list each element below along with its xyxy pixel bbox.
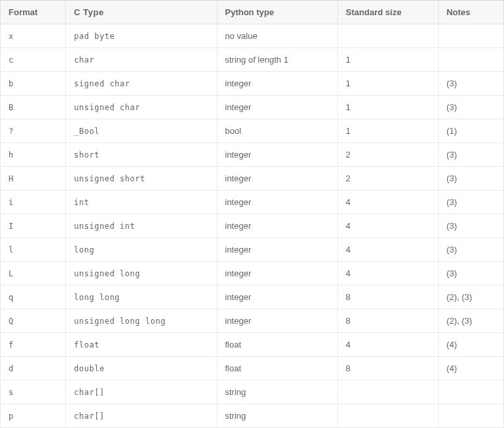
cell-python: integer [217, 214, 337, 238]
cell-python: integer [217, 167, 337, 191]
table-body: xpad byteno valueccharstring of length 1… [1, 24, 504, 429]
cell-size: 8 [337, 286, 438, 309]
cell-format: ? [1, 119, 66, 143]
struct-format-table: Format C Type Python type Standard size … [0, 0, 504, 428]
cell-notes: (4) [438, 333, 503, 357]
cell-notes: (3) [438, 72, 503, 96]
table-row: pchar[]string [1, 404, 504, 428]
cell-notes: (3) [438, 191, 503, 214]
cell-python: integer [217, 96, 337, 119]
header-ctype: C Type [66, 1, 217, 24]
cell-python: string [217, 381, 337, 404]
cell-size: 4 [337, 238, 438, 262]
cell-size [337, 381, 438, 404]
cell-format: f [1, 333, 66, 357]
cell-format: L [1, 262, 66, 286]
cell-size: 1 [337, 96, 438, 119]
table-row: bsigned charinteger1(3) [1, 72, 504, 96]
cell-notes: (1) [438, 119, 503, 143]
cell-ctype: unsigned short [66, 167, 217, 191]
cell-ctype: short [66, 143, 217, 167]
cell-size: 1 [337, 48, 438, 72]
table-row: Bunsigned charinteger1(3) [1, 96, 504, 119]
table-row: ?_Boolbool1(1) [1, 119, 504, 143]
cell-format: I [1, 214, 66, 238]
cell-ctype: unsigned int [66, 214, 217, 238]
cell-ctype: double [66, 357, 217, 381]
cell-notes: (2), (3) [438, 286, 503, 309]
table-row: hshortinteger2(3) [1, 143, 504, 167]
cell-ctype: char[] [66, 381, 217, 404]
cell-notes: (2), (3) [438, 309, 503, 333]
table-row: Iunsigned intinteger4(3) [1, 214, 504, 238]
cell-python: integer [217, 72, 337, 96]
table-row: llonginteger4(3) [1, 238, 504, 262]
table-row: Lunsigned longinteger4(3) [1, 262, 504, 286]
cell-format: h [1, 143, 66, 167]
cell-size [337, 404, 438, 428]
cell-format: d [1, 357, 66, 381]
table-row: iintinteger4(3) [1, 191, 504, 214]
cell-notes: (3) [438, 96, 503, 119]
cell-notes: (4) [438, 357, 503, 381]
cell-size: 2 [337, 167, 438, 191]
cell-notes [438, 24, 503, 48]
cell-notes: (3) [438, 143, 503, 167]
cell-notes [438, 404, 503, 428]
cell-python: no value [217, 24, 337, 48]
table-row: qlong longinteger8(2), (3) [1, 286, 504, 309]
table-header: Format C Type Python type Standard size … [1, 1, 504, 24]
cell-size: 4 [337, 333, 438, 357]
table-row: Qunsigned long longinteger8(2), (3) [1, 309, 504, 333]
cell-python: integer [217, 238, 337, 262]
cell-ctype: int [66, 191, 217, 214]
cell-ctype: unsigned char [66, 96, 217, 119]
cell-python: integer [217, 191, 337, 214]
table-header-row: Format C Type Python type Standard size … [1, 1, 504, 24]
table-row: ddoublefloat8(4) [1, 357, 504, 381]
cell-format: q [1, 286, 66, 309]
cell-size: 4 [337, 191, 438, 214]
header-notes: Notes [438, 1, 503, 24]
cell-python: integer [217, 286, 337, 309]
cell-size: 1 [337, 119, 438, 143]
cell-ctype: signed char [66, 72, 217, 96]
cell-format: Q [1, 309, 66, 333]
cell-ctype: _Bool [66, 119, 217, 143]
cell-format: b [1, 72, 66, 96]
cell-notes: (3) [438, 262, 503, 286]
cell-ctype: float [66, 333, 217, 357]
cell-ctype: long long [66, 286, 217, 309]
cell-python: integer [217, 309, 337, 333]
cell-python: float [217, 357, 337, 381]
header-size: Standard size [337, 1, 438, 24]
cell-notes: (3) [438, 238, 503, 262]
table-row: ccharstring of length 11 [1, 48, 504, 72]
cell-python: integer [217, 262, 337, 286]
cell-python: string [217, 404, 337, 428]
cell-notes: (3) [438, 214, 503, 238]
header-python: Python type [217, 1, 337, 24]
table-row: Hunsigned shortinteger2(3) [1, 167, 504, 191]
cell-size: 8 [337, 357, 438, 381]
table-row: xpad byteno value [1, 24, 504, 48]
cell-python: float [217, 333, 337, 357]
cell-format: p [1, 404, 66, 428]
cell-format: x [1, 24, 66, 48]
table-row: ffloatfloat4(4) [1, 333, 504, 357]
cell-notes [438, 48, 503, 72]
cell-ctype: pad byte [66, 24, 217, 48]
cell-format: i [1, 191, 66, 214]
header-format: Format [1, 1, 66, 24]
cell-format: c [1, 48, 66, 72]
cell-format: B [1, 96, 66, 119]
cell-notes [438, 381, 503, 404]
cell-size: 4 [337, 262, 438, 286]
cell-ctype: long [66, 238, 217, 262]
cell-format: s [1, 381, 66, 404]
cell-size: 2 [337, 143, 438, 167]
cell-python: bool [217, 119, 337, 143]
cell-size: 8 [337, 309, 438, 333]
cell-python: string of length 1 [217, 48, 337, 72]
cell-ctype: char[] [66, 404, 217, 428]
